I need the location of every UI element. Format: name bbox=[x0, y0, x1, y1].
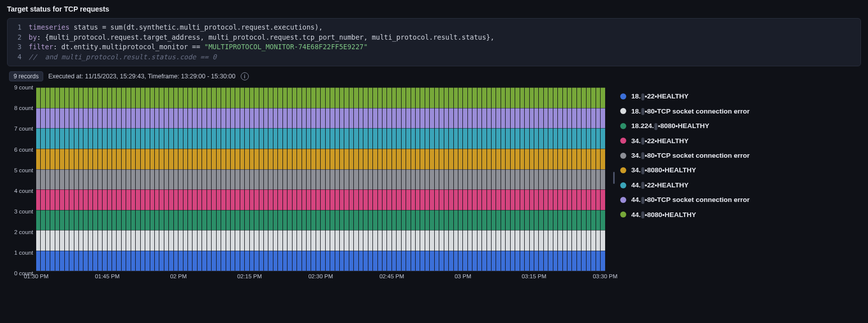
bar-column[interactable] bbox=[425, 87, 429, 271]
bar-column[interactable] bbox=[477, 87, 481, 271]
bar-column[interactable] bbox=[430, 87, 434, 271]
bar-column[interactable] bbox=[387, 87, 391, 271]
bar-column[interactable] bbox=[202, 87, 206, 271]
bar-column[interactable] bbox=[50, 87, 54, 271]
bar-column[interactable] bbox=[472, 87, 476, 271]
bar-column[interactable] bbox=[169, 87, 173, 271]
bar-column[interactable] bbox=[496, 87, 500, 271]
bar-column[interactable] bbox=[454, 87, 458, 271]
bar-column[interactable] bbox=[359, 87, 363, 271]
bar-column[interactable] bbox=[198, 87, 202, 271]
bar-column[interactable] bbox=[373, 87, 377, 271]
bar-column[interactable] bbox=[273, 87, 277, 271]
bar-column[interactable] bbox=[302, 87, 306, 271]
legend-item[interactable]: 18. •22•HEALTHY bbox=[620, 92, 750, 100]
bar-column[interactable] bbox=[98, 87, 102, 271]
bar-column[interactable] bbox=[368, 87, 372, 271]
bar-column[interactable] bbox=[530, 87, 534, 271]
bar-column[interactable] bbox=[192, 87, 197, 271]
bar-column[interactable] bbox=[297, 87, 301, 271]
bar-column[interactable] bbox=[534, 87, 538, 271]
bar-column[interactable] bbox=[515, 87, 519, 271]
bar-column[interactable] bbox=[250, 87, 254, 271]
bar-column[interactable] bbox=[482, 87, 486, 271]
bar-column[interactable] bbox=[46, 87, 50, 271]
info-icon[interactable]: i bbox=[241, 72, 249, 80]
legend-item[interactable]: 34. •22•HEALTHY bbox=[620, 137, 750, 145]
bar-column[interactable] bbox=[126, 87, 130, 271]
bar-column[interactable] bbox=[363, 87, 367, 271]
bar-column[interactable] bbox=[131, 87, 135, 271]
bar-column[interactable] bbox=[207, 87, 211, 271]
bar-column[interactable] bbox=[525, 87, 529, 271]
legend-item[interactable]: 34. •8080•HEALTHY bbox=[620, 166, 750, 174]
bar-column[interactable] bbox=[307, 87, 311, 271]
bar-column[interactable] bbox=[264, 87, 268, 271]
bar-column[interactable] bbox=[93, 87, 97, 271]
bar-column[interactable] bbox=[41, 87, 45, 271]
bar-column[interactable] bbox=[553, 87, 557, 271]
bar-column[interactable] bbox=[117, 87, 121, 271]
bar-column[interactable] bbox=[79, 87, 83, 271]
bar-column[interactable] bbox=[349, 87, 353, 271]
bar-column[interactable] bbox=[492, 87, 496, 271]
chart-plot-area[interactable] bbox=[36, 85, 605, 271]
bar-column[interactable] bbox=[112, 87, 116, 271]
legend-item[interactable]: 18.224. •8080•HEALTHY bbox=[620, 122, 750, 130]
legend-item[interactable]: 44. •8080•HEALTHY bbox=[620, 211, 750, 219]
bar-column[interactable] bbox=[36, 87, 40, 271]
bar-column[interactable] bbox=[563, 87, 567, 271]
bar-column[interactable] bbox=[544, 87, 548, 271]
bar-column[interactable] bbox=[74, 87, 78, 271]
bar-column[interactable] bbox=[397, 87, 401, 271]
bar-column[interactable] bbox=[316, 87, 320, 271]
bar-column[interactable] bbox=[487, 87, 491, 271]
bar-column[interactable] bbox=[122, 87, 126, 271]
bar-column[interactable] bbox=[221, 87, 225, 271]
stacked-bar-chart[interactable]: 0 count1 count2 count3 count4 count5 cou… bbox=[7, 85, 605, 281]
bar-column[interactable] bbox=[226, 87, 230, 271]
bar-column[interactable] bbox=[435, 87, 439, 271]
bar-column[interactable] bbox=[596, 87, 600, 271]
bar-column[interactable] bbox=[145, 87, 149, 271]
bar-column[interactable] bbox=[548, 87, 552, 271]
bar-column[interactable] bbox=[321, 87, 325, 271]
bar-column[interactable] bbox=[108, 87, 112, 271]
bar-column[interactable] bbox=[335, 87, 339, 271]
bar-column[interactable] bbox=[188, 87, 192, 271]
bar-column[interactable] bbox=[268, 87, 272, 271]
bar-column[interactable] bbox=[155, 87, 159, 271]
bar-column[interactable] bbox=[511, 87, 515, 271]
bar-column[interactable] bbox=[183, 87, 187, 271]
legend-item[interactable]: 18. •80•TCP socket connection error bbox=[620, 107, 750, 115]
bar-column[interactable] bbox=[254, 87, 258, 271]
bar-column[interactable] bbox=[449, 87, 453, 271]
bar-column[interactable] bbox=[231, 87, 235, 271]
bar-column[interactable] bbox=[65, 87, 69, 271]
bar-column[interactable] bbox=[136, 87, 140, 271]
bar-column[interactable] bbox=[164, 87, 168, 271]
bar-column[interactable] bbox=[601, 87, 605, 271]
bar-column[interactable] bbox=[344, 87, 348, 271]
bar-column[interactable] bbox=[217, 87, 221, 271]
bar-column[interactable] bbox=[311, 87, 315, 271]
bar-column[interactable] bbox=[520, 87, 524, 271]
bar-column[interactable] bbox=[354, 87, 358, 271]
dql-code-block[interactable]: 1 timeseries status = sum(dt.synthetic.m… bbox=[7, 18, 861, 66]
bar-column[interactable] bbox=[382, 87, 387, 271]
bar-column[interactable] bbox=[174, 87, 178, 271]
bar-column[interactable] bbox=[567, 87, 571, 271]
bar-column[interactable] bbox=[326, 87, 330, 271]
bar-column[interactable] bbox=[178, 87, 182, 271]
bar-column[interactable] bbox=[587, 87, 591, 271]
bar-column[interactable] bbox=[245, 87, 249, 271]
bar-column[interactable] bbox=[572, 87, 576, 271]
bar-column[interactable] bbox=[506, 87, 510, 271]
legend-item[interactable]: 44. •80•TCP socket connection error bbox=[620, 196, 750, 203]
bar-column[interactable] bbox=[577, 87, 581, 271]
bar-column[interactable] bbox=[103, 87, 107, 271]
bar-column[interactable] bbox=[416, 87, 420, 271]
bar-column[interactable] bbox=[378, 87, 382, 271]
bar-column[interactable] bbox=[69, 87, 73, 271]
bar-column[interactable] bbox=[444, 87, 448, 271]
